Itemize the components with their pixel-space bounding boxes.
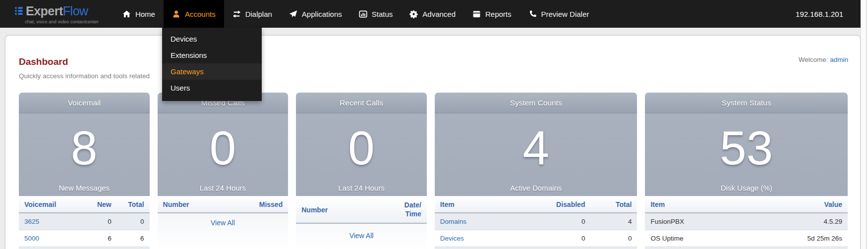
table-row: OS Uptime 5d 25m 26s [645, 230, 848, 247]
card-subtitle: Last 24 Hours [296, 184, 427, 196]
column-header: Disabled [526, 196, 591, 213]
system-counts-table: Item Disabled Total Domains 0 4 Devices [435, 196, 637, 249]
paper-plane-icon [289, 10, 297, 18]
card-system-counts: System Counts 4 Active Domains Item Disa… [435, 93, 637, 249]
column-header: Total [117, 196, 150, 213]
nav-item-home[interactable]: Home [114, 0, 164, 28]
gear-icon [409, 10, 418, 18]
nav-menu: Home Accounts Dialplan Applications Stat… [114, 0, 597, 28]
vertical-scrollbar[interactable] [861, 0, 868, 249]
nav-item-status[interactable]: Status [350, 0, 402, 28]
welcome-label: Welcome: [799, 56, 828, 63]
logo-tagline: chat, voice and video contactcenter [15, 19, 99, 24]
cell-value: 4.5.29 [747, 213, 848, 230]
nav-item-reports[interactable]: Reports [464, 0, 520, 28]
menu-item-devices[interactable]: Devices [162, 31, 262, 47]
table-row: Devices 0 0 [435, 230, 637, 247]
table-row-partial [435, 247, 637, 249]
nav-item-label: Home [135, 10, 155, 18]
table-row-partial [645, 247, 848, 249]
nav-item-preview-dialer[interactable]: Preview Dialer [520, 0, 598, 28]
column-header: Number [158, 196, 230, 213]
report-book-icon [472, 10, 481, 18]
nav-item-accounts[interactable]: Accounts [164, 0, 224, 28]
welcome-user-link[interactable]: admin [830, 56, 848, 63]
dashboard-cards: Voicemail 8 New Messages Voicemail New T… [19, 93, 848, 249]
missed-calls-count: 0 [158, 113, 289, 184]
card-title: Voicemail [19, 93, 150, 113]
cell-value: 6 [84, 230, 117, 247]
recent-calls-count: 0 [296, 113, 427, 184]
cell-value: 0 [84, 213, 117, 230]
cell-value: 0 [526, 230, 591, 247]
nav-item-label: Advanced [422, 10, 456, 18]
main-content-panel: Dashboard Quickly access information and… [5, 35, 861, 249]
cell-value: 0 [526, 213, 591, 230]
table-row: Domains 0 4 [435, 213, 637, 230]
logo-expert-text: Expert [26, 4, 63, 18]
voicemail-table: Voicemail New Total 3625 0 0 5000 [19, 196, 150, 249]
card-subtitle: Active Domains [435, 184, 637, 196]
nav-item-advanced[interactable]: Advanced [401, 0, 464, 28]
cell-value: 0 [117, 213, 150, 230]
voicemail-box-link[interactable]: 5000 [24, 235, 39, 242]
column-header: Item [645, 196, 746, 213]
card-voicemail: Voicemail 8 New Messages Voicemail New T… [19, 93, 150, 249]
nav-item-applications[interactable]: Applications [281, 0, 350, 28]
menu-item-gateways[interactable]: Gateways [162, 63, 262, 80]
nav-item-label: Preview Dialer [541, 10, 589, 18]
view-all-link[interactable]: View All [211, 219, 235, 227]
card-subtitle: Disk Usage (%) [645, 184, 848, 196]
home-icon [122, 10, 131, 18]
card-title: System Counts [435, 93, 637, 113]
card-hero: 0 Last 24 Hours [296, 113, 427, 196]
column-header: Missed [230, 196, 289, 213]
voicemail-count: 8 [19, 113, 150, 184]
card-hero: 53 Disk Usage (%) [645, 113, 848, 196]
cell-value: 6 [117, 230, 150, 247]
nav-item-label: Dialplan [245, 10, 272, 18]
accounts-dropdown-menu: Devices Extensions Gateways Users [162, 28, 262, 101]
cell-value: 4 [590, 213, 637, 230]
server-ip: 192.168.1.201 [796, 10, 843, 18]
column-header: New [84, 196, 117, 213]
menu-item-extensions[interactable]: Extensions [162, 47, 262, 63]
card-hero: 8 New Messages [19, 113, 150, 196]
card-system-status: System Status 53 Disk Usage (%) Item Val… [645, 93, 848, 249]
disk-usage-value: 53 [645, 113, 848, 184]
column-header: Item [435, 196, 526, 213]
card-subtitle: Last 24 Hours [158, 184, 289, 196]
phone-icon [528, 10, 537, 18]
expertflow-logo[interactable]: Expert Flow chat, voice and video contac… [15, 4, 99, 24]
column-header: Total [590, 196, 637, 213]
table-row: FusionPBX 4.5.29 [645, 213, 848, 230]
table-row: 5000 6 6 [19, 230, 150, 247]
welcome-message: Welcome: admin [799, 56, 848, 63]
cell-value: 5d 25m 26s [747, 230, 848, 247]
logo-flow-text: Flow [63, 4, 88, 18]
menu-item-users[interactable]: Users [162, 80, 262, 96]
cell-value: FusionPBX [645, 213, 746, 230]
card-hero: 4 Active Domains [435, 113, 637, 196]
table-row-partial [19, 247, 150, 249]
cell-value: OS Uptime [645, 230, 746, 247]
recent-calls-table: Number Date/ Time [296, 196, 427, 224]
card-recent-calls: Recent Calls 0 Last 24 Hours Number Date… [296, 93, 427, 249]
column-header: Date/ Time [374, 196, 426, 223]
nav-item-label: Reports [485, 10, 512, 18]
nav-item-label: Applications [302, 10, 342, 18]
view-all-link[interactable]: View All [349, 232, 374, 240]
nav-item-dialplan[interactable]: Dialplan [224, 0, 281, 28]
column-header: Number [296, 196, 374, 223]
nav-item-label: Accounts [185, 10, 216, 18]
devices-link[interactable]: Devices [440, 235, 464, 242]
bar-chart-icon [359, 10, 367, 18]
column-header: Value [747, 196, 848, 213]
domains-link[interactable]: Domains [440, 218, 466, 225]
card-title: Recent Calls [296, 93, 427, 113]
page-title: Dashboard [19, 56, 150, 67]
voicemail-box-link[interactable]: 3625 [24, 218, 39, 225]
card-hero: 0 Last 24 Hours [158, 113, 289, 196]
card-missed-calls: Missed Calls 0 Last 24 Hours Number Miss… [158, 93, 289, 249]
nav-item-label: Status [372, 10, 393, 18]
